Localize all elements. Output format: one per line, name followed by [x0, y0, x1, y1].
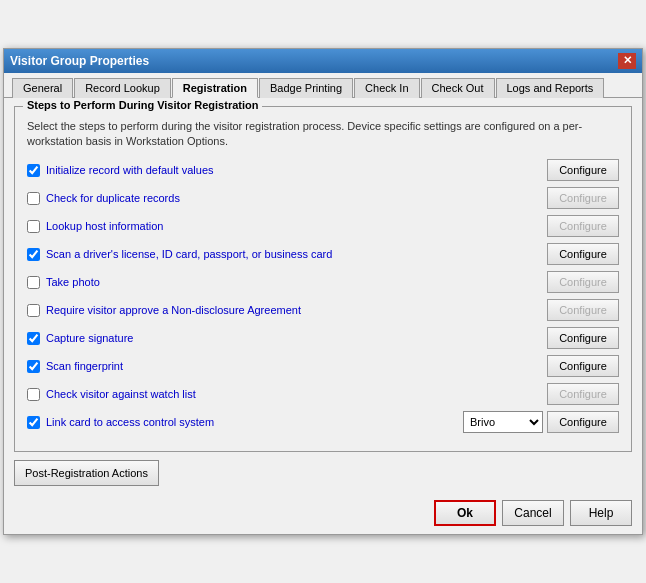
configure-btn-nda[interactable]: Configure [547, 299, 619, 321]
configure-btn-take-photo[interactable]: Configure [547, 271, 619, 293]
tab-logs-and-reports[interactable]: Logs and Reports [496, 78, 605, 98]
configure-btn-watch-list[interactable]: Configure [547, 383, 619, 405]
tabs-bar: General Record Lookup Registration Badge… [4, 73, 642, 98]
step-row-signature: Capture signature Configure [27, 327, 619, 349]
step-label-take-photo: Take photo [46, 276, 100, 288]
footer: Ok Cancel Help [4, 494, 642, 534]
step-label-link-card: Link card to access control system [46, 416, 214, 428]
checkbox-signature[interactable] [27, 332, 40, 345]
checkbox-watch-list[interactable] [27, 388, 40, 401]
checkbox-duplicate[interactable] [27, 192, 40, 205]
window-title: Visitor Group Properties [10, 54, 149, 68]
step-row-duplicate: Check for duplicate records Configure [27, 187, 619, 209]
tab-registration[interactable]: Registration [172, 78, 258, 98]
group-box-title: Steps to Perform During Visitor Registra… [23, 99, 262, 111]
step-label-lookup-host: Lookup host information [46, 220, 163, 232]
step-row-fingerprint: Scan fingerprint Configure [27, 355, 619, 377]
checkbox-take-photo[interactable] [27, 276, 40, 289]
step-row-scan-license: Scan a driver's license, ID card, passpo… [27, 243, 619, 265]
step-label-scan-license: Scan a driver's license, ID card, passpo… [46, 248, 332, 260]
step-row-nda: Require visitor approve a Non-disclosure… [27, 299, 619, 321]
tab-badge-printing[interactable]: Badge Printing [259, 78, 353, 98]
link-card-dropdown[interactable]: Brivo [463, 411, 543, 433]
main-content: Steps to Perform During Visitor Registra… [4, 98, 642, 495]
step-label-watch-list: Check visitor against watch list [46, 388, 196, 400]
checkbox-link-card[interactable] [27, 416, 40, 429]
tab-check-out[interactable]: Check Out [421, 78, 495, 98]
configure-btn-signature[interactable]: Configure [547, 327, 619, 349]
step-row-lookup-host: Lookup host information Configure [27, 215, 619, 237]
configure-btn-lookup-host[interactable]: Configure [547, 215, 619, 237]
step-row-link-card: Link card to access control system Brivo… [27, 411, 619, 433]
step-label-signature: Capture signature [46, 332, 133, 344]
configure-btn-link-card[interactable]: Configure [547, 411, 619, 433]
step-row-watch-list: Check visitor against watch list Configu… [27, 383, 619, 405]
ok-button[interactable]: Ok [434, 500, 496, 526]
configure-btn-initialize[interactable]: Configure [547, 159, 619, 181]
step-label-fingerprint: Scan fingerprint [46, 360, 123, 372]
configure-btn-scan-license[interactable]: Configure [547, 243, 619, 265]
main-window: Visitor Group Properties ✕ General Recor… [3, 48, 643, 536]
step-label-nda: Require visitor approve a Non-disclosure… [46, 304, 301, 316]
tab-record-lookup[interactable]: Record Lookup [74, 78, 171, 98]
checkbox-nda[interactable] [27, 304, 40, 317]
checkbox-scan-license[interactable] [27, 248, 40, 261]
step-row-initialize: Initialize record with default values Co… [27, 159, 619, 181]
cancel-button[interactable]: Cancel [502, 500, 564, 526]
checkbox-lookup-host[interactable] [27, 220, 40, 233]
post-registration-button[interactable]: Post-Registration Actions [14, 460, 159, 486]
steps-group-box: Steps to Perform During Visitor Registra… [14, 106, 632, 453]
configure-btn-duplicate[interactable]: Configure [547, 187, 619, 209]
help-button[interactable]: Help [570, 500, 632, 526]
title-bar: Visitor Group Properties ✕ [4, 49, 642, 73]
close-button[interactable]: ✕ [618, 53, 636, 69]
step-label-duplicate: Check for duplicate records [46, 192, 180, 204]
checkbox-initialize[interactable] [27, 164, 40, 177]
tab-check-in[interactable]: Check In [354, 78, 419, 98]
checkbox-fingerprint[interactable] [27, 360, 40, 373]
step-label-initialize: Initialize record with default values [46, 164, 214, 176]
group-description: Select the steps to perform during the v… [27, 119, 619, 150]
configure-btn-fingerprint[interactable]: Configure [547, 355, 619, 377]
step-row-take-photo: Take photo Configure [27, 271, 619, 293]
tab-general[interactable]: General [12, 78, 73, 98]
